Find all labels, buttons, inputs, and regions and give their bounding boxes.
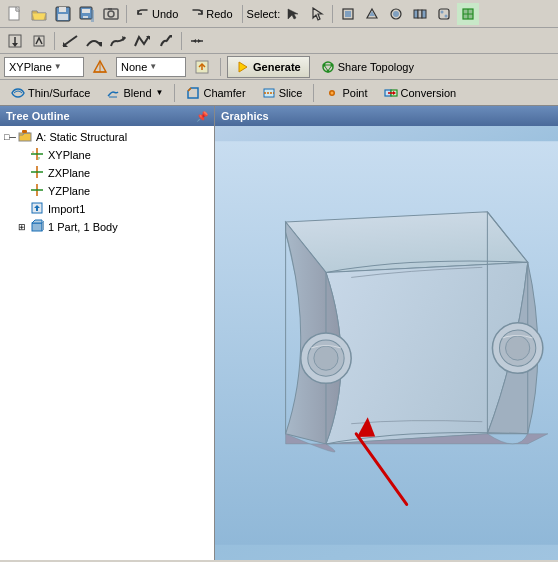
spline-tool[interactable]	[107, 30, 129, 52]
new-button[interactable]	[4, 3, 26, 25]
toolbar-row-3: XYPlane ▼ None ▼ Generate Share Topology	[0, 54, 558, 80]
select-filter-2[interactable]	[361, 3, 383, 25]
tree-item-root[interactable]: □─ A: Static Structural	[2, 128, 212, 146]
select-filter-6[interactable]	[457, 3, 479, 25]
save-button[interactable]	[52, 3, 74, 25]
redo-button[interactable]: Redo	[185, 3, 237, 25]
pin-icon[interactable]: 📌	[196, 111, 208, 122]
separator-6	[220, 58, 221, 76]
point-label: Point	[342, 87, 367, 99]
plane-value: XYPlane	[9, 61, 52, 73]
right-panel: Graphics	[215, 106, 558, 560]
svg-rect-22	[439, 9, 449, 19]
separator-7	[174, 84, 175, 102]
arc-tool[interactable]	[83, 30, 105, 52]
line-tool[interactable]	[59, 30, 81, 52]
tree-item-xyplane[interactable]: x y XYPlane	[2, 146, 212, 164]
svg-rect-10	[108, 8, 112, 10]
tree-item-import1[interactable]: Import1	[2, 200, 212, 218]
redo-label: Redo	[206, 8, 232, 20]
tree-icon-body	[30, 219, 44, 235]
svg-rect-20	[418, 10, 422, 18]
select-filter-3[interactable]	[385, 3, 407, 25]
svg-rect-14	[345, 11, 351, 17]
expand-yzplane	[16, 185, 28, 197]
select-filter-4[interactable]	[409, 3, 431, 25]
tree-label-yzplane: YZPlane	[48, 185, 90, 197]
slice-button[interactable]: Slice	[255, 82, 310, 104]
select-filter-5[interactable]	[433, 3, 455, 25]
undo-label: Undo	[152, 8, 178, 20]
thin-surface-button[interactable]: Thin/Surface	[4, 82, 97, 104]
svg-line-55	[188, 88, 191, 91]
generate-button[interactable]: Generate	[227, 56, 310, 78]
expand-root[interactable]: □─	[4, 131, 16, 143]
blend-dropdown-arrow[interactable]: ▼	[156, 88, 164, 97]
generate-label: Generate	[253, 61, 301, 73]
graphics-title-bar: Graphics	[215, 106, 558, 126]
refresh-btn[interactable]	[190, 56, 214, 78]
svg-rect-75	[32, 223, 42, 231]
tree-icon-zxplane	[30, 165, 44, 181]
expand-zxplane	[16, 167, 28, 179]
plane-dropdown[interactable]: XYPlane ▼	[4, 57, 84, 77]
conversion-label: Conversion	[401, 87, 457, 99]
tree-outline-title-bar: Tree Outline 📌	[0, 106, 214, 126]
select-filter-1[interactable]	[337, 3, 359, 25]
tree-icon-import1	[30, 201, 44, 217]
blend-button[interactable]: Blend ▼	[99, 82, 170, 104]
toolbar-row-2	[0, 28, 558, 54]
toolbar-row-4: Thin/Surface Blend ▼ Chamfer Slice Point…	[0, 80, 558, 106]
svg-rect-64	[19, 133, 31, 141]
svg-text:y: y	[38, 155, 40, 160]
draw-down-arrow[interactable]	[4, 30, 26, 52]
svg-marker-39	[193, 39, 196, 43]
save-copy-button[interactable]	[76, 3, 98, 25]
tree-item-body[interactable]: ⊞ 1 Part, 1 Body	[2, 218, 212, 236]
svg-marker-40	[198, 39, 201, 43]
chamfer-button[interactable]: Chamfer	[179, 82, 252, 104]
blend-icon	[106, 86, 120, 100]
undo-button[interactable]: Undo	[131, 3, 183, 25]
expand-import1	[16, 203, 28, 215]
separator-2	[242, 5, 243, 23]
tree-item-yzplane[interactable]: YZPlane	[2, 182, 212, 200]
draw-tool-2[interactable]	[28, 30, 50, 52]
screenshot-button[interactable]	[100, 3, 122, 25]
tree-icon-yzplane	[30, 183, 44, 199]
dimension-tool[interactable]	[186, 30, 208, 52]
sketch-icon-btn[interactable]	[88, 56, 112, 78]
3d-object-svg	[215, 126, 558, 560]
tree-label-xyplane: XYPlane	[48, 149, 91, 161]
open-button[interactable]	[28, 3, 50, 25]
svg-point-23	[441, 10, 444, 13]
svg-point-59	[331, 91, 334, 94]
svg-rect-7	[91, 10, 94, 22]
select-mode-arrow[interactable]	[282, 3, 304, 25]
tree-label-import1: Import1	[48, 203, 85, 215]
none-dropdown[interactable]: None ▼	[116, 57, 186, 77]
plane-dropdown-arrow: ▼	[54, 62, 62, 71]
conversion-button[interactable]: Conversion	[377, 82, 464, 104]
separator-4	[54, 32, 55, 50]
svg-rect-5	[82, 9, 90, 13]
tree-item-zxplane[interactable]: ZXPlane	[2, 164, 212, 182]
graphics-title: Graphics	[221, 110, 269, 122]
freeform-tool[interactable]	[155, 30, 177, 52]
svg-marker-45	[239, 62, 247, 72]
expand-body[interactable]: ⊞	[16, 221, 28, 233]
share-topology-button[interactable]: Share Topology	[314, 56, 421, 78]
svg-text:x: x	[32, 149, 34, 154]
svg-point-83	[314, 346, 338, 370]
select-mode-cursor[interactable]	[306, 3, 328, 25]
tree-outline-title: Tree Outline	[6, 110, 70, 122]
polyline-tool[interactable]	[131, 30, 153, 52]
separator-1	[126, 5, 127, 23]
graphics-viewport[interactable]	[215, 126, 558, 560]
blend-label: Blend	[123, 87, 151, 99]
point-button[interactable]: Point	[318, 82, 374, 104]
slice-icon	[262, 86, 276, 100]
conversion-icon	[384, 86, 398, 100]
svg-point-18	[393, 11, 399, 17]
tree-area: □─ A: Static Structural x y XYPlane	[0, 126, 214, 560]
